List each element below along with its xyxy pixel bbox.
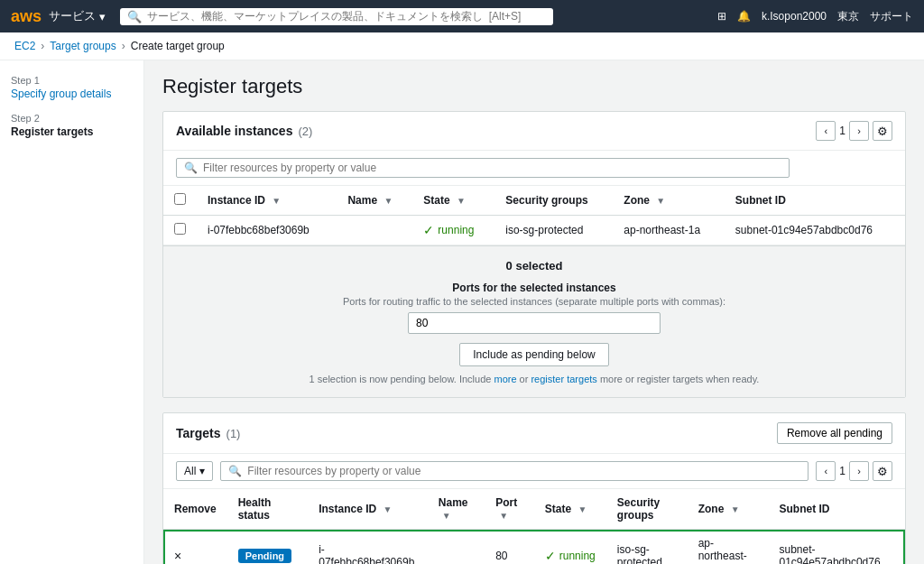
col-security-groups: Security groups [494,186,613,216]
targets-settings-icon[interactable]: ⚙ [873,461,892,481]
targets-filter-row: All ▾ 🔍 ‹ 1 › ⚙ [163,454,905,489]
global-search-bar[interactable]: 🔍 [120,8,553,25]
targets-count: (1) [226,427,241,440]
row-zone: ap-northeast-1a [613,216,725,245]
targets-filter-input-container: 🔍 [220,461,808,481]
health-cell: Pending [227,530,309,565]
services-menu[interactable]: サービス ▾ [49,8,106,24]
target-sg-cell: iso-sg-protected [606,530,688,565]
sidebar-step1: Step 1 Specify group details [11,75,133,100]
top-nav-right: ⊞ 🔔 k.Isopon2000 東京 サポート [717,9,913,24]
sort-icon-tid: ▼ [383,504,393,514]
breadcrumb-target-groups[interactable]: Target groups [50,40,116,52]
register-link[interactable]: register targets [531,374,596,384]
settings-icon[interactable]: ⚙ [873,121,892,141]
step1-label: Step 1 [11,75,133,86]
breadcrumb-sep1: › [41,40,44,52]
targets-next-page-btn[interactable]: › [849,461,869,481]
available-filter-input[interactable] [203,162,781,174]
select-all-header [163,186,197,216]
running-status: ✓ running [423,223,484,237]
row-checkbox[interactable] [174,223,186,235]
col-port: Port ▼ [485,489,534,530]
support-menu[interactable]: サポート [870,9,913,24]
main-layout: Step 1 Specify group details Step 2 Regi… [0,60,924,564]
step2-title[interactable]: Register targets [11,125,133,138]
row-name [337,216,412,245]
col-remove: Remove [163,489,227,530]
target-status-dot: ✓ [545,549,556,563]
selected-section: 0 selected Ports for the selected instan… [163,245,905,397]
remove-cell: × [163,530,227,565]
targets-filter-search-icon: 🔍 [228,465,242,477]
breadcrumb: EC2 › Target groups › Create target grou… [0,32,924,60]
remove-x-button[interactable]: × [174,549,181,563]
prev-page-btn[interactable]: ‹ [816,121,836,141]
targets-filter-input[interactable] [247,465,800,477]
include-as-pending-button[interactable]: Include as pending below [459,343,608,366]
status-dot-icon: ✓ [423,223,434,237]
target-table-row: × Pending i-07febbc68bef3069b 80 ✓ runni… [163,530,905,565]
col-target-subnet: Subnet ID [768,489,905,530]
available-instances-header: Available instances (2) ‹ 1 › ⚙ [163,112,905,151]
ports-label: Ports for the selected instances [176,282,892,294]
col-target-instance-id: Instance ID ▼ [308,489,428,530]
top-navigation: aws サービス ▾ 🔍 ⊞ 🔔 k.Isopon2000 東京 サポート [0,0,924,32]
remove-all-pending-button[interactable]: Remove all pending [777,422,892,444]
targets-header: Targets (1) Remove all pending [163,413,905,454]
sort-icon: ▼ [272,196,281,206]
table-row: i-07febbc68bef3069b ✓ running iso-sg-pro… [163,216,905,245]
col-instance-id: Instance ID ▼ [197,186,337,216]
targets-prev-page-btn[interactable]: ‹ [816,461,836,481]
row-state: ✓ running [412,216,494,245]
select-all-checkbox[interactable] [174,193,186,205]
step1-title[interactable]: Specify group details [11,88,133,100]
row-instance-id: i-07febbc68bef3069b [197,216,337,245]
target-running-status: ✓ running [545,549,596,563]
sort-icon-tname: ▼ [442,511,451,521]
page-title: Register targets [162,75,906,98]
port-input-container [176,312,892,334]
selected-count: 0 selected [176,259,892,273]
sidebar-step2: Step 2 Register targets [11,113,133,138]
sort-icon-tstate: ▼ [578,504,587,514]
available-filter-row: 🔍 [163,151,905,186]
pending-badge: Pending [238,549,291,563]
targets-filter-dropdown[interactable]: All ▾ [176,461,213,481]
search-icon: 🔍 [127,10,142,23]
targets-page-number: 1 [839,465,845,477]
aws-logo: aws [11,7,42,26]
step2-label: Step 2 [11,113,133,124]
row-subnet: subnet-01c94e57abdbc0d76 [725,216,905,245]
port-input[interactable] [408,312,661,334]
search-input[interactable] [147,10,546,23]
more-link[interactable]: more [494,374,516,384]
available-instances-table: Instance ID ▼ Name ▼ State ▼ Security gr… [163,186,905,245]
page-number: 1 [839,125,845,137]
targets-title: Targets [176,426,221,440]
sort-icon-tzone: ▼ [731,504,740,514]
breadcrumb-sep2: › [122,40,125,52]
target-zone-cell: ap-northeast-1a [688,530,769,565]
available-filter-input-container: 🔍 [176,158,790,178]
sort-icon-name: ▼ [383,196,393,206]
col-state: State ▼ [412,186,494,216]
bell-icon[interactable]: 🔔 [737,10,751,23]
main-content: Register targets Available instances (2)… [144,60,924,564]
apps-icon[interactable]: ⊞ [717,10,726,23]
breadcrumb-current: Create target group [131,40,225,52]
filter-search-icon: 🔍 [184,162,198,174]
col-target-sg: Security groups [606,489,688,530]
user-menu[interactable]: k.Isopon2000 [762,10,827,23]
col-zone: Zone ▼ [613,186,725,216]
available-pagination: ‹ 1 › ⚙ [816,121,892,141]
col-name: Name ▼ [337,186,412,216]
breadcrumb-ec2[interactable]: EC2 [14,40,35,52]
col-subnet-id: Subnet ID [725,186,905,216]
sort-icon-zone: ▼ [656,196,665,206]
next-page-btn[interactable]: › [849,121,869,141]
region-menu[interactable]: 東京 [837,9,859,24]
ports-sublabel: Ports for routing traffic to the selecte… [176,296,892,307]
col-health: Health status [227,489,309,530]
chevron-down-icon: ▾ [199,465,205,477]
